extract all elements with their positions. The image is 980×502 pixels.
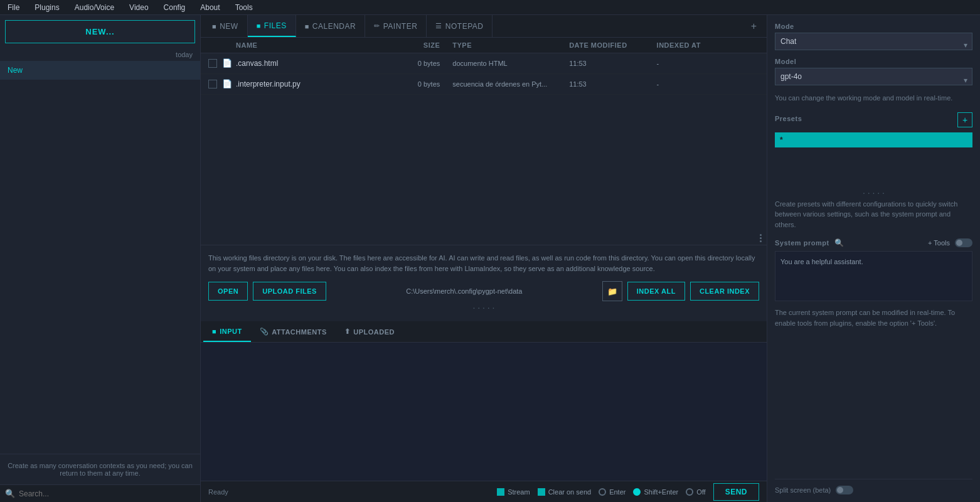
sidebar-search-container: 🔍 (0, 484, 200, 502)
tabs-bar: ■ NEW ■ FILES ■ CALENDAR ✏ PAINTER ☰ NOT… (201, 15, 767, 38)
folder-icon-button[interactable]: 📁 (602, 281, 622, 301)
mode-label: Mode (775, 23, 972, 30)
tab-notepad[interactable]: ☰ NOTEPAD (427, 15, 493, 37)
file-checkbox[interactable] (208, 59, 217, 68)
tools-toggle[interactable] (955, 238, 972, 247)
tab-files[interactable]: ■ FILES (248, 15, 296, 37)
off-label: Off (696, 488, 705, 496)
files-area: NAME SIZE TYPE DATE MODIFIED INDEXED AT … (201, 38, 767, 481)
presets-area: * (775, 132, 972, 183)
file-icon: 📄 (222, 58, 232, 68)
preset-item[interactable]: * (775, 132, 972, 147)
input-tab-attachments[interactable]: 📎 ATTACHMENTS (251, 321, 336, 342)
menu-video[interactable]: Video (127, 2, 151, 13)
tab-new[interactable]: ■ NEW (203, 15, 248, 37)
file-indexed: - (657, 80, 744, 88)
notepad-tab-icon: ☰ (435, 22, 442, 30)
files-list: 📄 .canvas.html 0 bytes documento HTML 11… (201, 53, 767, 232)
search-system-icon[interactable]: 🔍 (834, 238, 844, 247)
shift-enter-radio[interactable] (633, 488, 641, 496)
clear-on-send-option[interactable]: Clear on send (538, 488, 592, 496)
tab-new-label: NEW (220, 22, 238, 31)
shift-enter-option[interactable]: Shift+Enter (633, 488, 678, 496)
files-path: C:\Users\merch\.config\pygpt-net\data (331, 287, 597, 295)
off-option[interactable]: Off (686, 488, 705, 496)
menu-file[interactable]: File (5, 2, 22, 13)
file-name: .interpreter.input.py (236, 80, 381, 88)
sidebar-footer-text: Create as many conversation contexts as … (0, 454, 200, 484)
model-select[interactable]: gpt-4o gpt-4 gpt-3.5-turbo (775, 68, 972, 85)
center-panel: ■ NEW ■ FILES ■ CALENDAR ✏ PAINTER ☰ NOT… (201, 15, 767, 502)
mode-info-text: You can change the working mode and mode… (775, 93, 972, 104)
col-header-size: SIZE (381, 41, 452, 49)
presets-dots-separator: · · · · · (775, 186, 972, 199)
clear-on-send-label: Clear on send (548, 488, 592, 496)
split-screen-label: Split screen (beta) (775, 486, 831, 494)
file-checkbox[interactable] (208, 80, 217, 88)
dots-separator: · · · · · (208, 301, 759, 314)
table-row[interactable]: 📄 .interpreter.input.py 0 bytes secuenci… (201, 74, 767, 95)
col-header-type: TYPE (452, 41, 569, 49)
status-text: Ready (208, 488, 228, 496)
preset-add-button[interactable]: + (957, 112, 972, 127)
split-screen-row: Split screen (beta) (775, 479, 972, 494)
file-icon: 📄 (222, 79, 232, 89)
tab-calendar-label: CALENDAR (312, 22, 356, 31)
menu-audio-voice[interactable]: Audio/Voice (72, 2, 117, 13)
input-tabs-bar: ■ INPUT 📎 ATTACHMENTS ⬆ UPLOADED (201, 321, 767, 343)
off-radio[interactable] (686, 488, 693, 496)
system-prompt-text[interactable]: You are a helpful assistant. (775, 251, 972, 301)
menu-plugins[interactable]: Plugins (32, 2, 61, 13)
split-screen-toggle[interactable] (836, 486, 853, 494)
stream-option[interactable]: Stream (497, 488, 530, 496)
menu-config[interactable]: Config (161, 2, 188, 13)
sidebar-date-label: today (0, 48, 200, 61)
menu-bar: File Plugins Audio/Voice Video Config Ab… (0, 0, 980, 15)
sidebar-item-new[interactable]: New (0, 61, 200, 80)
table-row[interactable]: 📄 .canvas.html 0 bytes documento HTML 11… (201, 53, 767, 74)
menu-tools[interactable]: Tools (233, 2, 255, 13)
attachments-tab-label: ATTACHMENTS (272, 328, 327, 336)
new-conversation-button[interactable]: NEW... (5, 20, 195, 43)
resize-handle-vertical[interactable] (757, 232, 764, 245)
tab-add-button[interactable]: + (743, 21, 764, 32)
clear-on-send-checkbox[interactable] (538, 488, 545, 496)
search-input[interactable] (19, 489, 195, 498)
plus-tools-button[interactable]: + Tools (928, 239, 950, 247)
files-bottom: This working files directory is on your … (201, 245, 767, 321)
input-tab-input[interactable]: ■ INPUT (203, 321, 251, 342)
tab-painter[interactable]: ✏ PAINTER (365, 15, 427, 37)
painter-tab-icon: ✏ (374, 22, 380, 30)
calendar-tab-icon: ■ (305, 23, 309, 30)
input-tab-uploaded[interactable]: ⬆ UPLOADED (336, 321, 403, 342)
presets-label: Presets (775, 115, 802, 122)
stream-checkbox[interactable] (497, 488, 504, 496)
enter-label: Enter (609, 488, 626, 496)
clear-index-button[interactable]: CLEAR INDEX (690, 282, 759, 301)
file-size: 0 bytes (381, 80, 452, 88)
mode-select-wrapper: Chat Completion Image Vision (775, 33, 972, 58)
col-header-indexed: INDEXED AT (657, 41, 744, 49)
search-icon: 🔍 (5, 489, 15, 498)
col-header-modified: DATE MODIFIED (569, 41, 656, 49)
input-tab-icon: ■ (212, 328, 216, 335)
tab-calendar[interactable]: ■ CALENDAR (296, 15, 366, 37)
menu-about[interactable]: About (198, 2, 222, 13)
files-table-header: NAME SIZE TYPE DATE MODIFIED INDEXED AT (201, 38, 767, 53)
files-actions: OPEN UPLOAD FILES C:\Users\merch\.config… (208, 281, 759, 301)
system-prompt-info: The current system prompt can be modifie… (775, 307, 972, 328)
file-modified: 11:53 (569, 80, 656, 88)
index-all-button[interactable]: INDEX ALL (627, 282, 685, 301)
right-panel: Mode Chat Completion Image Vision Model … (767, 15, 980, 502)
tab-painter-label: PAINTER (383, 22, 418, 31)
enter-option[interactable]: Enter (599, 488, 626, 496)
enter-radio[interactable] (599, 488, 606, 496)
mode-select[interactable]: Chat Completion Image Vision (775, 33, 972, 50)
open-button[interactable]: OPEN (208, 282, 248, 301)
upload-files-button[interactable]: UPLOAD FILES (253, 282, 326, 301)
file-modified: 11:53 (569, 60, 656, 67)
system-prompt-header: System prompt 🔍 + Tools (775, 238, 972, 247)
chat-input-area[interactable] (201, 343, 767, 481)
file-name: .canvas.html (236, 59, 381, 68)
send-button[interactable]: SEND (713, 483, 759, 501)
